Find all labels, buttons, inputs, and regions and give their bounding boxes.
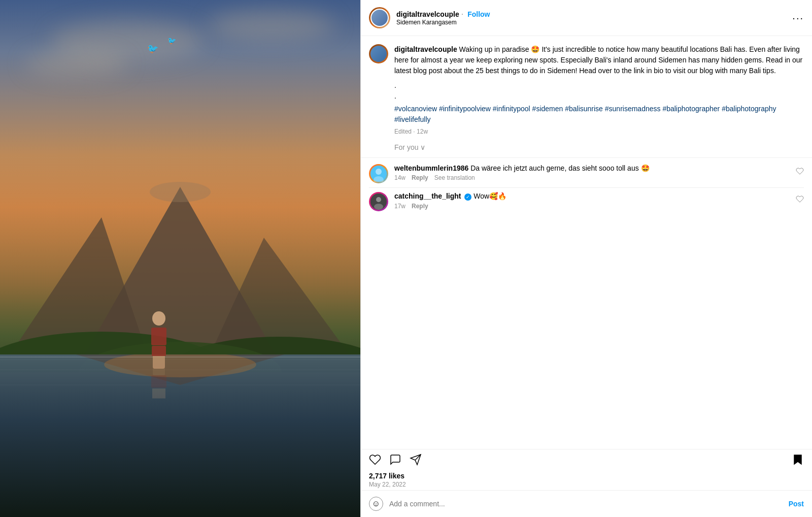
svg-point-3 [150, 182, 211, 202]
comment-1-meta: 14w Reply See translation [394, 174, 804, 181]
more-options-button[interactable]: ··· [792, 12, 804, 24]
comment-1-username[interactable]: weltenbummlerin1986 [394, 164, 468, 172]
action-bar [361, 449, 812, 470]
share-button[interactable] [410, 454, 422, 466]
comment-1-avatar[interactable] [369, 164, 388, 183]
comment-2-avatar-svg [370, 193, 387, 210]
comment-button[interactable] [389, 454, 401, 466]
follow-button[interactable]: Follow [467, 10, 490, 18]
comment-1-content: weltenbummlerin1986 Da wäree ich jetzt a… [394, 164, 804, 181]
post-comment-button[interactable]: Post [789, 500, 804, 508]
caption-line1: . [394, 80, 804, 91]
likes-count[interactable]: 2,717 likes [369, 472, 804, 480]
caption-text: digitaltravelcouple Waking up in paradis… [394, 44, 804, 76]
like-icon [369, 454, 381, 466]
header-username-row: digitaltravelcouple · Follow [396, 10, 792, 19]
comment-2-avatar-image [370, 193, 387, 210]
comment-1-translate[interactable]: See translation [434, 174, 475, 181]
comment-1-text: weltenbummlerin1986 Da wäree ich jetzt a… [394, 164, 804, 172]
svg-point-17 [376, 197, 381, 202]
save-button[interactable] [792, 454, 804, 466]
comment-icon [389, 454, 401, 466]
bird-1: 🐦 [147, 43, 158, 54]
svg-point-11 [104, 354, 256, 377]
caption-avatar[interactable] [369, 44, 388, 63]
for-you-section: For you ∨ [361, 139, 812, 155]
comment-1-body: Da wäree ich jetzt auch gerne, das sieht… [470, 164, 649, 172]
svg-marker-21 [794, 455, 801, 464]
header-info: digitaltravelcouple · Follow Sidemen Kar… [396, 10, 792, 26]
caption-content: digitaltravelcouple Waking up in paradis… [394, 44, 804, 135]
for-you-label[interactable]: For you ∨ [394, 143, 804, 151]
header-separator: · [461, 10, 463, 19]
comment-2-like[interactable] [796, 195, 804, 203]
emoji-icon: ☺ [372, 499, 380, 508]
comment-1-avatar-image [370, 166, 387, 182]
comment-1-avatar-svg [370, 166, 387, 182]
figure-reflection [151, 367, 166, 399]
bookmark-icon [792, 454, 804, 466]
cloud [208, 10, 335, 41]
likes-section: 2,717 likes May 22, 2022 [361, 470, 812, 490]
post-image: 🐦 🐦 [0, 0, 360, 517]
bird-2: 🐦 [167, 37, 176, 45]
divider-1 [361, 157, 812, 158]
figure [151, 311, 166, 369]
water-svg [0, 354, 360, 517]
svg-point-18 [374, 204, 383, 210]
header-location: Sidemen Karangasem [396, 19, 792, 26]
comment-input[interactable] [389, 500, 783, 508]
comment-1-like[interactable] [796, 167, 804, 175]
like-button[interactable] [369, 454, 381, 466]
svg-point-14 [376, 169, 382, 175]
caption-line2: . [394, 91, 804, 102]
caption-username[interactable]: digitaltravelcouple [394, 45, 457, 53]
add-comment-bar: ☺ Post [361, 490, 812, 517]
comment-2-avatar[interactable] [369, 192, 388, 211]
comment-1: weltenbummlerin1986 Da wäree ich jetzt a… [361, 160, 812, 187]
caption-hashtags[interactable]: #volcanoview #infinitypoolview #infinity… [394, 104, 804, 125]
caption-section: digitaltravelcouple Waking up in paradis… [361, 36, 812, 139]
comment-2: catching__the_light ✓ Wow🥰🔥 17w Reply [361, 188, 812, 215]
comment-2-reply[interactable]: Reply [412, 203, 428, 210]
emoji-button[interactable]: ☺ [369, 497, 383, 511]
poster-avatar[interactable] [369, 7, 390, 28]
heart-icon-2 [796, 195, 804, 203]
caption-avatar-image [370, 46, 387, 62]
cloud [25, 51, 127, 76]
water-reflection [0, 354, 360, 517]
content-area: digitaltravelcouple Waking up in paradis… [361, 36, 812, 449]
avatar-image [370, 9, 389, 27]
comment-2-body: Wow🥰🔥 [473, 192, 506, 200]
comment-2-content: catching__the_light ✓ Wow🥰🔥 17w Reply [394, 192, 804, 210]
verified-badge-icon: ✓ [464, 193, 471, 201]
comment-1-reply[interactable]: Reply [412, 174, 428, 181]
right-panel: digitaltravelcouple · Follow Sidemen Kar… [360, 0, 812, 517]
for-you-chevron-icon: ∨ [420, 143, 425, 151]
comment-2-meta: 17w Reply [394, 203, 804, 210]
share-icon [410, 454, 422, 466]
comment-2-time: 17w [394, 203, 405, 210]
for-you-text: For you [394, 143, 418, 151]
likes-date: May 22, 2022 [369, 481, 804, 488]
comment-1-time: 14w [394, 174, 405, 181]
comment-2-username[interactable]: catching__the_light [394, 192, 461, 200]
heart-icon-1 [796, 167, 804, 175]
caption-meta: Edited · 12w [394, 128, 804, 135]
comment-2-text: catching__the_light ✓ Wow🥰🔥 [394, 192, 804, 201]
header-username[interactable]: digitaltravelcouple [396, 10, 459, 18]
post-header: digitaltravelcouple · Follow Sidemen Kar… [361, 0, 812, 36]
